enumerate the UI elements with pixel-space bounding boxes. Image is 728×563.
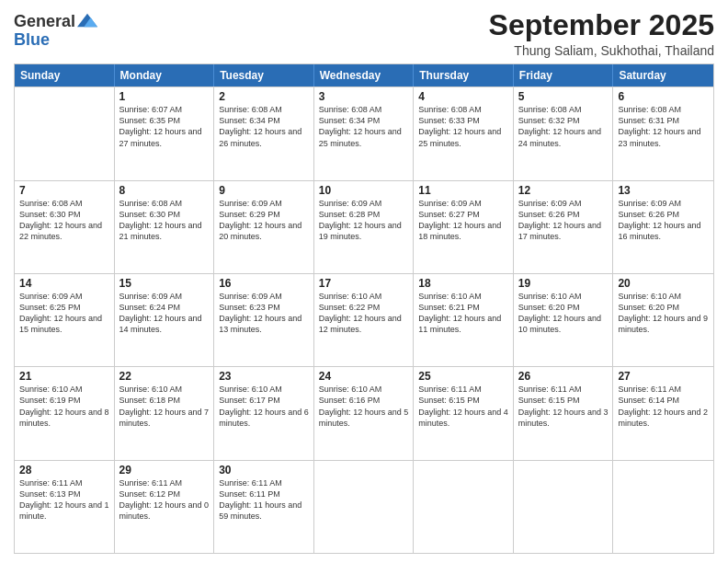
calendar-body: 1Sunrise: 6:07 AM Sunset: 6:35 PM Daylig… [15, 86, 713, 553]
calendar-row: 28Sunrise: 6:11 AM Sunset: 6:13 PM Dayli… [15, 460, 713, 553]
logo: General Blue [14, 13, 97, 50]
day-number: 19 [518, 277, 609, 290]
cell-detail: Sunrise: 6:08 AM Sunset: 6:30 PM Dayligh… [19, 198, 109, 243]
cell-detail: Sunrise: 6:11 AM Sunset: 6:14 PM Dayligh… [618, 384, 709, 429]
calendar-cell: 19Sunrise: 6:10 AM Sunset: 6:20 PM Dayli… [514, 274, 614, 366]
calendar-cell: 4Sunrise: 6:08 AM Sunset: 6:33 PM Daylig… [414, 87, 514, 179]
calendar-cell: 5Sunrise: 6:08 AM Sunset: 6:32 PM Daylig… [514, 87, 614, 179]
weekday-header: Saturday [613, 64, 713, 86]
cell-detail: Sunrise: 6:08 AM Sunset: 6:34 PM Dayligh… [219, 104, 309, 149]
calendar-cell: 26Sunrise: 6:11 AM Sunset: 6:15 PM Dayli… [514, 367, 614, 459]
calendar-cell [613, 461, 713, 553]
calendar-cell: 23Sunrise: 6:10 AM Sunset: 6:17 PM Dayli… [214, 367, 314, 459]
weekday-header: Monday [115, 64, 215, 86]
day-number: 14 [19, 277, 109, 290]
calendar-cell [514, 461, 614, 553]
day-number: 21 [19, 370, 109, 383]
day-number: 2 [219, 90, 309, 103]
cell-detail: Sunrise: 6:11 AM Sunset: 6:11 PM Dayligh… [219, 477, 309, 523]
day-number: 22 [119, 370, 210, 383]
calendar-cell: 20Sunrise: 6:10 AM Sunset: 6:20 PM Dayli… [613, 274, 713, 366]
calendar-cell: 11Sunrise: 6:09 AM Sunset: 6:27 PM Dayli… [414, 181, 514, 273]
calendar-cell: 16Sunrise: 6:09 AM Sunset: 6:23 PM Dayli… [214, 274, 314, 366]
calendar-cell: 13Sunrise: 6:09 AM Sunset: 6:26 PM Dayli… [613, 181, 713, 273]
day-number: 23 [219, 370, 309, 383]
day-number: 8 [119, 184, 210, 197]
calendar-row: 1Sunrise: 6:07 AM Sunset: 6:35 PM Daylig… [15, 86, 713, 179]
logo-icon [77, 10, 97, 30]
day-number: 26 [518, 370, 609, 383]
calendar-cell: 25Sunrise: 6:11 AM Sunset: 6:15 PM Dayli… [414, 367, 514, 459]
cell-detail: Sunrise: 6:11 AM Sunset: 6:12 PM Dayligh… [119, 477, 210, 523]
month-title: September 2025 [489, 9, 714, 41]
logo-text-general: General [14, 13, 75, 31]
weekday-header: Thursday [414, 64, 514, 86]
calendar-cell [314, 461, 415, 553]
cell-detail: Sunrise: 6:11 AM Sunset: 6:15 PM Dayligh… [518, 384, 609, 429]
calendar-cell: 3Sunrise: 6:08 AM Sunset: 6:34 PM Daylig… [314, 87, 415, 179]
day-number: 13 [618, 184, 709, 197]
calendar-page: General Blue September 2025 Thung Saliam… [0, 0, 728, 563]
day-number: 28 [19, 464, 109, 477]
calendar-cell: 24Sunrise: 6:10 AM Sunset: 6:16 PM Dayli… [314, 367, 415, 459]
calendar-cell: 28Sunrise: 6:11 AM Sunset: 6:13 PM Dayli… [15, 461, 115, 553]
calendar-cell: 21Sunrise: 6:10 AM Sunset: 6:19 PM Dayli… [15, 367, 115, 459]
cell-detail: Sunrise: 6:10 AM Sunset: 6:21 PM Dayligh… [418, 291, 508, 336]
day-number: 6 [618, 90, 709, 103]
weekday-header: Wednesday [314, 64, 415, 86]
calendar-cell: 10Sunrise: 6:09 AM Sunset: 6:28 PM Dayli… [314, 181, 415, 273]
cell-detail: Sunrise: 6:07 AM Sunset: 6:35 PM Dayligh… [119, 104, 210, 149]
cell-detail: Sunrise: 6:11 AM Sunset: 6:15 PM Dayligh… [418, 384, 508, 429]
cell-detail: Sunrise: 6:09 AM Sunset: 6:26 PM Dayligh… [618, 198, 709, 243]
calendar-cell: 30Sunrise: 6:11 AM Sunset: 6:11 PM Dayli… [214, 461, 314, 553]
calendar-row: 14Sunrise: 6:09 AM Sunset: 6:25 PM Dayli… [15, 273, 713, 366]
weekday-header: Friday [514, 64, 614, 86]
cell-detail: Sunrise: 6:10 AM Sunset: 6:20 PM Dayligh… [518, 291, 609, 336]
calendar: SundayMondayTuesdayWednesdayThursdayFrid… [14, 63, 714, 554]
cell-detail: Sunrise: 6:09 AM Sunset: 6:26 PM Dayligh… [518, 198, 609, 243]
weekday-header: Sunday [15, 64, 115, 86]
location: Thung Saliam, Sukhothai, Thailand [489, 43, 714, 58]
logo-text-blue: Blue [14, 30, 50, 49]
cell-detail: Sunrise: 6:09 AM Sunset: 6:27 PM Dayligh… [418, 198, 508, 243]
day-number: 1 [119, 90, 210, 103]
day-number: 7 [19, 184, 109, 197]
calendar-cell: 18Sunrise: 6:10 AM Sunset: 6:21 PM Dayli… [414, 274, 514, 366]
calendar-cell [15, 87, 115, 179]
calendar-cell: 1Sunrise: 6:07 AM Sunset: 6:35 PM Daylig… [115, 87, 215, 179]
calendar-cell: 8Sunrise: 6:08 AM Sunset: 6:30 PM Daylig… [115, 181, 215, 273]
calendar-header: SundayMondayTuesdayWednesdayThursdayFrid… [15, 64, 713, 86]
calendar-cell: 9Sunrise: 6:09 AM Sunset: 6:29 PM Daylig… [214, 181, 314, 273]
day-number: 3 [319, 90, 409, 103]
day-number: 11 [418, 184, 508, 197]
day-number: 17 [319, 277, 409, 290]
title-block: September 2025 Thung Saliam, Sukhothai, … [489, 9, 714, 58]
day-number: 25 [418, 370, 508, 383]
calendar-cell: 17Sunrise: 6:10 AM Sunset: 6:22 PM Dayli… [314, 274, 415, 366]
day-number: 9 [219, 184, 309, 197]
cell-detail: Sunrise: 6:08 AM Sunset: 6:31 PM Dayligh… [618, 104, 709, 149]
day-number: 15 [119, 277, 210, 290]
calendar-cell: 29Sunrise: 6:11 AM Sunset: 6:12 PM Dayli… [115, 461, 215, 553]
day-number: 27 [618, 370, 709, 383]
cell-detail: Sunrise: 6:10 AM Sunset: 6:18 PM Dayligh… [119, 384, 210, 429]
cell-detail: Sunrise: 6:10 AM Sunset: 6:17 PM Dayligh… [219, 384, 309, 429]
day-number: 16 [219, 277, 309, 290]
day-number: 24 [319, 370, 409, 383]
day-number: 4 [418, 90, 508, 103]
calendar-row: 21Sunrise: 6:10 AM Sunset: 6:19 PM Dayli… [15, 366, 713, 459]
calendar-cell: 12Sunrise: 6:09 AM Sunset: 6:26 PM Dayli… [514, 181, 614, 273]
calendar-cell: 14Sunrise: 6:09 AM Sunset: 6:25 PM Dayli… [15, 274, 115, 366]
cell-detail: Sunrise: 6:10 AM Sunset: 6:16 PM Dayligh… [319, 384, 409, 429]
calendar-cell: 6Sunrise: 6:08 AM Sunset: 6:31 PM Daylig… [613, 87, 713, 179]
calendar-cell: 22Sunrise: 6:10 AM Sunset: 6:18 PM Dayli… [115, 367, 215, 459]
cell-detail: Sunrise: 6:10 AM Sunset: 6:20 PM Dayligh… [618, 291, 709, 336]
cell-detail: Sunrise: 6:10 AM Sunset: 6:19 PM Dayligh… [19, 384, 109, 429]
weekday-header: Tuesday [214, 64, 314, 86]
cell-detail: Sunrise: 6:09 AM Sunset: 6:24 PM Dayligh… [119, 291, 210, 336]
day-number: 29 [119, 464, 210, 477]
calendar-cell: 7Sunrise: 6:08 AM Sunset: 6:30 PM Daylig… [15, 181, 115, 273]
calendar-cell: 15Sunrise: 6:09 AM Sunset: 6:24 PM Dayli… [115, 274, 215, 366]
day-number: 5 [518, 90, 609, 103]
calendar-cell [414, 461, 514, 553]
